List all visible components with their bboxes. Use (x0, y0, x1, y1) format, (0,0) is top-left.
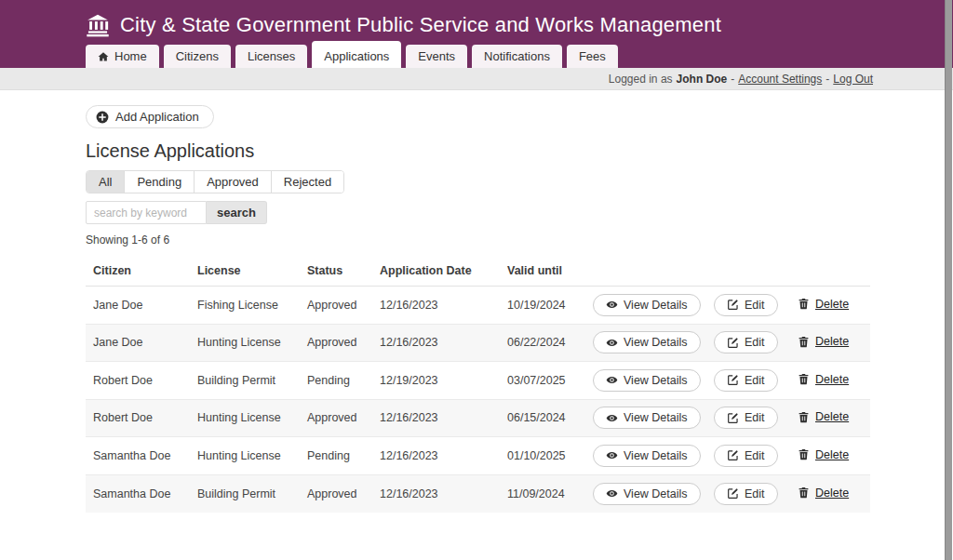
cell-application-date: 12/16/2023 (380, 411, 507, 424)
eye-icon (606, 487, 618, 500)
eye-icon (606, 337, 618, 349)
tab-home[interactable]: Home (86, 45, 159, 68)
trash-icon (798, 448, 810, 460)
cell-citizen: Samantha Doe (93, 449, 197, 462)
table-row: Jane Doe Fishing License Approved 12/16/… (86, 287, 870, 325)
view-details-button[interactable]: View Details (593, 294, 701, 316)
cell-license: Hunting License (197, 411, 307, 424)
filter-approved[interactable]: Approved (194, 171, 271, 193)
delete-link[interactable]: Delete (798, 373, 849, 386)
edit-icon (727, 374, 739, 386)
delete-link[interactable]: Delete (798, 487, 849, 500)
delete-link[interactable]: Delete (798, 410, 849, 423)
column-header-application-date: Application Date (380, 264, 507, 277)
logout-link[interactable]: Log Out (833, 73, 873, 86)
view-details-button[interactable]: View Details (593, 331, 701, 353)
delete-label: Delete (815, 487, 849, 500)
trash-icon (798, 411, 810, 423)
add-application-button[interactable]: Add Application (86, 105, 214, 128)
edit-label: Edit (745, 299, 765, 312)
cell-status: Approved (307, 299, 380, 312)
tab-fees[interactable]: Fees (567, 45, 618, 68)
edit-label: Edit (745, 336, 765, 349)
eye-icon (606, 299, 618, 311)
eye-icon (606, 412, 618, 424)
trash-icon (798, 336, 810, 348)
masthead: City & State Government Public Service a… (0, 0, 953, 68)
cell-citizen: Jane Doe (93, 336, 197, 349)
cell-valid-until: 10/19/2024 (507, 299, 593, 312)
delete-link[interactable]: Delete (798, 335, 849, 348)
filter-all[interactable]: All (87, 171, 124, 193)
delete-link[interactable]: Delete (798, 298, 849, 311)
filter-rejected[interactable]: Rejected (271, 171, 343, 193)
account-settings-link[interactable]: Account Settings (738, 73, 822, 86)
applications-table: Citizen License Status Application Date … (86, 255, 870, 513)
view-details-button[interactable]: View Details (593, 407, 701, 429)
tab-label: Events (418, 49, 455, 63)
landmark-icon (86, 14, 110, 37)
view-details-label: View Details (624, 299, 688, 312)
edit-label: Edit (745, 374, 765, 387)
tab-licenses[interactable]: Licenses (235, 45, 307, 68)
edit-button[interactable]: Edit (714, 369, 778, 392)
plus-circle-icon (96, 111, 109, 124)
view-details-label: View Details (624, 374, 688, 387)
edit-button[interactable]: Edit (714, 294, 778, 316)
tab-notifications[interactable]: Notifications (472, 45, 562, 68)
delete-label: Delete (815, 410, 849, 423)
edit-button[interactable]: Edit (714, 445, 778, 467)
table-row: Samantha Doe Hunting License Pending 12/… (86, 437, 870, 475)
cell-status: Approved (307, 411, 380, 424)
view-details-button[interactable]: View Details (593, 369, 701, 392)
tab-label: Licenses (248, 49, 295, 63)
view-details-label: View Details (624, 449, 688, 462)
table-row: Samantha Doe Building Permit Approved 12… (86, 475, 870, 513)
edit-label: Edit (745, 449, 765, 462)
cell-license: Building Permit (197, 487, 307, 500)
cell-status: Approved (307, 336, 380, 349)
username: John Doe (677, 73, 728, 86)
tab-label: Applications (324, 49, 389, 63)
scrollbar-track[interactable] (945, 0, 952, 560)
view-details-button[interactable]: View Details (593, 483, 701, 505)
delete-label: Delete (815, 298, 849, 311)
trash-icon (798, 373, 810, 385)
edit-icon (727, 487, 739, 500)
cell-application-date: 12/19/2023 (380, 374, 507, 387)
edit-label: Edit (745, 411, 765, 424)
scrollbar-thumb[interactable] (945, 0, 952, 560)
edit-button[interactable]: Edit (714, 483, 778, 505)
tab-citizens[interactable]: Citizens (164, 45, 231, 68)
cell-valid-until: 11/09/2024 (507, 487, 593, 500)
user-bar: Logged in as John Doe - Account Settings… (0, 68, 953, 90)
delete-label: Delete (815, 448, 849, 461)
edit-label: Edit (745, 487, 765, 500)
delete-label: Delete (815, 335, 849, 348)
search-input[interactable] (86, 201, 207, 224)
edit-button[interactable]: Edit (714, 331, 778, 353)
edit-icon (727, 299, 739, 311)
view-details-label: View Details (624, 336, 688, 349)
edit-button[interactable]: Edit (714, 407, 778, 429)
filter-pending[interactable]: Pending (124, 171, 194, 193)
tab-applications[interactable]: Applications (312, 41, 401, 68)
delete-link[interactable]: Delete (798, 448, 849, 461)
delete-label: Delete (815, 373, 849, 386)
tab-events[interactable]: Events (406, 45, 467, 68)
cell-citizen: Jane Doe (93, 299, 197, 312)
table-header-row: Citizen License Status Application Date … (86, 255, 870, 287)
cell-status: Pending (307, 449, 380, 462)
separator: - (731, 73, 734, 86)
cell-license: Building Permit (197, 374, 307, 387)
cell-valid-until: 01/10/2025 (507, 449, 593, 462)
trash-icon (798, 298, 810, 310)
cell-application-date: 12/16/2023 (380, 487, 507, 500)
view-details-button[interactable]: View Details (593, 445, 701, 467)
search-button[interactable]: search (207, 201, 267, 224)
cell-license: Hunting License (197, 449, 307, 462)
eye-icon (606, 374, 618, 386)
tab-label: Notifications (484, 49, 550, 63)
cell-application-date: 12/16/2023 (380, 449, 507, 462)
separator: - (825, 73, 829, 86)
